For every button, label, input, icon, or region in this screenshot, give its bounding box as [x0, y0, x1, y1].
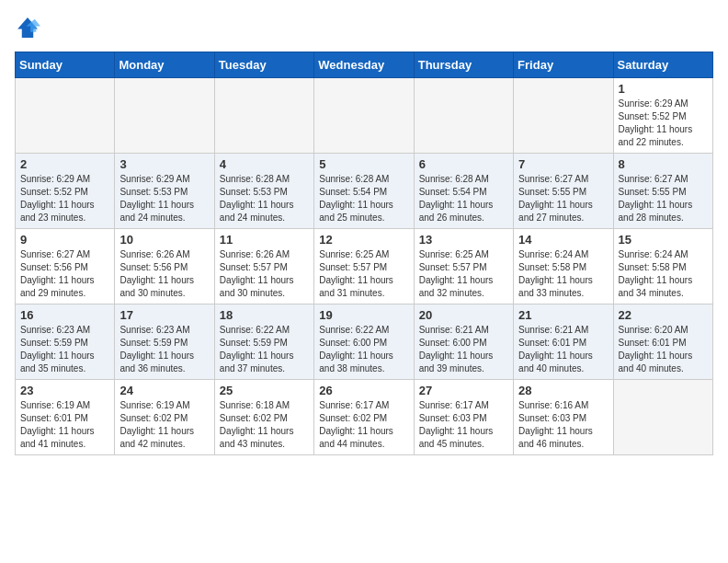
day-info: Sunrise: 6:25 AM Sunset: 5:57 PM Dayligh…: [319, 248, 408, 300]
day-info: Sunrise: 6:26 AM Sunset: 5:57 PM Dayligh…: [220, 248, 309, 300]
calendar-cell: 7Sunrise: 6:27 AM Sunset: 5:55 PM Daylig…: [514, 154, 613, 229]
calendar-cell: 8Sunrise: 6:27 AM Sunset: 5:55 PM Daylig…: [613, 154, 712, 229]
day-number: 18: [220, 308, 309, 322]
day-number: 28: [518, 384, 608, 397]
day-info: Sunrise: 6:26 AM Sunset: 5:56 PM Dayligh…: [119, 248, 209, 300]
day-header-thursday: Thursday: [414, 52, 513, 78]
calendar-week-row: 16Sunrise: 6:23 AM Sunset: 5:59 PM Dayli…: [16, 304, 713, 380]
calendar-cell: 10Sunrise: 6:26 AM Sunset: 5:56 PM Dayli…: [115, 229, 214, 304]
calendar-cell: 25Sunrise: 6:18 AM Sunset: 6:02 PM Dayli…: [214, 380, 313, 455]
day-number: 26: [319, 384, 408, 397]
calendar-cell: 28Sunrise: 6:16 AM Sunset: 6:03 PM Dayli…: [514, 380, 613, 455]
calendar-week-row: 2Sunrise: 6:29 AM Sunset: 5:52 PM Daylig…: [16, 154, 713, 229]
calendar-week-row: 9Sunrise: 6:27 AM Sunset: 5:56 PM Daylig…: [16, 229, 713, 304]
day-header-tuesday: Tuesday: [214, 52, 313, 78]
calendar-cell: 19Sunrise: 6:22 AM Sunset: 6:00 PM Dayli…: [314, 304, 414, 380]
day-number: 12: [319, 233, 408, 247]
day-number: 3: [119, 157, 209, 171]
calendar-cell: 27Sunrise: 6:17 AM Sunset: 6:03 PM Dayli…: [414, 380, 513, 455]
day-number: 5: [319, 157, 408, 171]
calendar-cell: 17Sunrise: 6:23 AM Sunset: 5:59 PM Dayli…: [115, 304, 214, 380]
calendar-cell: 9Sunrise: 6:27 AM Sunset: 5:56 PM Daylig…: [16, 229, 115, 304]
day-number: 11: [220, 233, 309, 247]
calendar-week-row: 1Sunrise: 6:29 AM Sunset: 5:52 PM Daylig…: [16, 78, 713, 154]
day-info: Sunrise: 6:27 AM Sunset: 5:55 PM Dayligh…: [518, 173, 608, 224]
day-info: Sunrise: 6:29 AM Sunset: 5:52 PM Dayligh…: [20, 173, 109, 224]
calendar-cell: 3Sunrise: 6:29 AM Sunset: 5:53 PM Daylig…: [115, 154, 214, 229]
calendar-cell: 14Sunrise: 6:24 AM Sunset: 5:58 PM Dayli…: [514, 229, 613, 304]
day-number: 1: [619, 82, 708, 96]
calendar-cell: [115, 78, 214, 154]
calendar-cell: 12Sunrise: 6:25 AM Sunset: 5:57 PM Dayli…: [314, 229, 414, 304]
day-number: 7: [518, 157, 608, 171]
day-header-monday: Monday: [115, 52, 214, 78]
day-number: 10: [119, 233, 209, 247]
day-number: 16: [20, 308, 109, 322]
calendar-cell: 4Sunrise: 6:28 AM Sunset: 5:53 PM Daylig…: [214, 154, 313, 229]
day-info: Sunrise: 6:18 AM Sunset: 6:02 PM Dayligh…: [220, 399, 309, 451]
day-number: 8: [619, 157, 708, 171]
calendar-cell: 18Sunrise: 6:22 AM Sunset: 5:59 PM Dayli…: [214, 304, 313, 380]
day-header-saturday: Saturday: [613, 52, 712, 78]
day-number: 27: [419, 384, 508, 397]
day-number: 6: [419, 157, 508, 171]
day-number: 21: [518, 308, 608, 322]
calendar-cell: 20Sunrise: 6:21 AM Sunset: 6:00 PM Dayli…: [414, 304, 513, 380]
calendar-cell: 2Sunrise: 6:29 AM Sunset: 5:52 PM Daylig…: [16, 154, 115, 229]
day-info: Sunrise: 6:29 AM Sunset: 5:52 PM Dayligh…: [619, 98, 708, 149]
calendar-cell: [314, 78, 414, 154]
day-header-sunday: Sunday: [16, 52, 115, 78]
calendar-cell: [613, 380, 712, 455]
day-info: Sunrise: 6:29 AM Sunset: 5:53 PM Dayligh…: [119, 173, 209, 224]
day-info: Sunrise: 6:21 AM Sunset: 6:00 PM Dayligh…: [419, 324, 508, 375]
calendar-cell: 1Sunrise: 6:29 AM Sunset: 5:52 PM Daylig…: [613, 78, 712, 154]
calendar-cell: 24Sunrise: 6:19 AM Sunset: 6:02 PM Dayli…: [115, 380, 214, 455]
calendar-cell: 15Sunrise: 6:24 AM Sunset: 5:58 PM Dayli…: [613, 229, 712, 304]
day-info: Sunrise: 6:17 AM Sunset: 6:03 PM Dayligh…: [419, 399, 508, 451]
day-header-friday: Friday: [514, 52, 613, 78]
day-info: Sunrise: 6:25 AM Sunset: 5:57 PM Dayligh…: [419, 248, 508, 300]
day-info: Sunrise: 6:19 AM Sunset: 6:01 PM Dayligh…: [20, 399, 109, 451]
day-info: Sunrise: 6:21 AM Sunset: 6:01 PM Dayligh…: [518, 324, 608, 375]
day-info: Sunrise: 6:28 AM Sunset: 5:54 PM Dayligh…: [419, 173, 508, 224]
calendar-cell: [514, 78, 613, 154]
day-info: Sunrise: 6:24 AM Sunset: 5:58 PM Dayligh…: [518, 248, 608, 300]
day-number: 24: [119, 384, 209, 397]
day-number: 15: [619, 233, 708, 247]
day-info: Sunrise: 6:28 AM Sunset: 5:53 PM Dayligh…: [220, 173, 309, 224]
day-number: 9: [20, 233, 109, 247]
day-number: 4: [220, 157, 309, 171]
day-number: 14: [518, 233, 608, 247]
calendar-cell: 16Sunrise: 6:23 AM Sunset: 5:59 PM Dayli…: [16, 304, 115, 380]
calendar-cell: 6Sunrise: 6:28 AM Sunset: 5:54 PM Daylig…: [414, 154, 513, 229]
day-number: 22: [619, 308, 708, 322]
day-info: Sunrise: 6:28 AM Sunset: 5:54 PM Dayligh…: [319, 173, 408, 224]
calendar-table: SundayMondayTuesdayWednesdayThursdayFrid…: [15, 52, 713, 455]
day-info: Sunrise: 6:22 AM Sunset: 6:00 PM Dayligh…: [319, 324, 408, 375]
calendar-week-row: 23Sunrise: 6:19 AM Sunset: 6:01 PM Dayli…: [16, 380, 713, 455]
day-info: Sunrise: 6:16 AM Sunset: 6:03 PM Dayligh…: [518, 399, 608, 451]
calendar-cell: [414, 78, 513, 154]
calendar-cell: 11Sunrise: 6:26 AM Sunset: 5:57 PM Dayli…: [214, 229, 313, 304]
day-info: Sunrise: 6:20 AM Sunset: 6:01 PM Dayligh…: [619, 324, 708, 375]
calendar-cell: 22Sunrise: 6:20 AM Sunset: 6:01 PM Dayli…: [613, 304, 712, 380]
day-number: 20: [419, 308, 508, 322]
calendar-cell: [214, 78, 313, 154]
day-info: Sunrise: 6:17 AM Sunset: 6:02 PM Dayligh…: [319, 399, 408, 451]
day-number: 23: [20, 384, 109, 397]
day-number: 19: [319, 308, 408, 322]
calendar-header-row: SundayMondayTuesdayWednesdayThursdayFrid…: [16, 52, 713, 78]
calendar-cell: 23Sunrise: 6:19 AM Sunset: 6:01 PM Dayli…: [16, 380, 115, 455]
day-info: Sunrise: 6:22 AM Sunset: 5:59 PM Dayligh…: [220, 324, 309, 375]
day-number: 25: [220, 384, 309, 397]
day-number: 13: [419, 233, 508, 247]
calendar-cell: [16, 78, 115, 154]
day-info: Sunrise: 6:27 AM Sunset: 5:56 PM Dayligh…: [20, 248, 109, 300]
day-number: 17: [119, 308, 209, 322]
calendar-cell: 26Sunrise: 6:17 AM Sunset: 6:02 PM Dayli…: [314, 380, 414, 455]
day-info: Sunrise: 6:23 AM Sunset: 5:59 PM Dayligh…: [119, 324, 209, 375]
calendar-cell: 13Sunrise: 6:25 AM Sunset: 5:57 PM Dayli…: [414, 229, 513, 304]
logo: [15, 15, 44, 40]
day-info: Sunrise: 6:23 AM Sunset: 5:59 PM Dayligh…: [20, 324, 109, 375]
day-info: Sunrise: 6:27 AM Sunset: 5:55 PM Dayligh…: [619, 173, 708, 224]
